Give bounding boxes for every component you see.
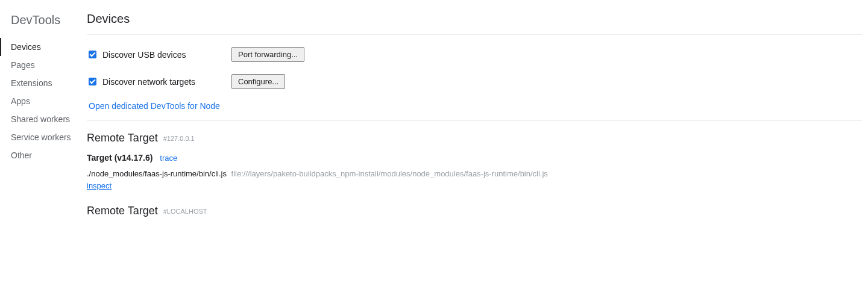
checkbox-wrap-network: Discover network targets <box>87 77 231 87</box>
sidebar-item-apps[interactable]: Apps <box>0 92 87 110</box>
discover-network-checkbox[interactable] <box>89 78 96 85</box>
target-path-full: file:///layers/paketo-buildpacks_npm-ins… <box>231 169 548 178</box>
remote-target-block-1: Remote Target #127.0.0.1 Target (v14.17.… <box>87 132 862 190</box>
main-content: Devices Discover USB devices Port forwar… <box>87 0 868 307</box>
sidebar-item-devices[interactable]: Devices <box>0 38 87 56</box>
remote-target-title-1: Remote Target #127.0.0.1 <box>87 132 862 144</box>
discover-network-label: Discover network targets <box>102 77 195 87</box>
sidebar: DevTools Devices Pages Extensions Apps S… <box>0 0 87 307</box>
remote-target-hash-1: #127.0.0.1 <box>163 135 195 142</box>
setting-usb-row: Discover USB devices Port forwarding... <box>87 47 862 62</box>
open-devtools-node-link[interactable]: Open dedicated DevTools for Node <box>87 101 862 111</box>
checkbox-wrap-usb: Discover USB devices <box>87 50 231 60</box>
sidebar-item-extensions[interactable]: Extensions <box>0 74 87 92</box>
remote-target-block-2: Remote Target #LOCALHOST <box>87 205 862 217</box>
target-path-short: ./node_modules/faas-js-runtime/bin/cli.j… <box>87 169 227 178</box>
remote-target-title-2: Remote Target #LOCALHOST <box>87 205 862 217</box>
remote-target-hash-2: #LOCALHOST <box>163 208 207 215</box>
target-path-row: ./node_modules/faas-js-runtime/bin/cli.j… <box>87 169 862 179</box>
page-title: Devices <box>87 12 862 35</box>
setting-network-row: Discover network targets Configure... <box>87 74 862 89</box>
settings-block: Discover USB devices Port forwarding... … <box>87 47 862 121</box>
remote-target-title-text-1: Remote Target <box>87 132 158 144</box>
target-name: Target (v14.17.6) <box>87 153 153 163</box>
discover-usb-checkbox[interactable] <box>89 51 96 58</box>
trace-link[interactable]: trace <box>160 154 177 163</box>
target-row: Target (v14.17.6) trace <box>87 153 862 163</box>
sidebar-item-service-workers[interactable]: Service workers <box>0 128 87 146</box>
configure-button[interactable]: Configure... <box>231 74 285 89</box>
port-forwarding-button[interactable]: Port forwarding... <box>231 47 304 62</box>
discover-usb-label: Discover USB devices <box>102 50 186 60</box>
sidebar-title: DevTools <box>0 13 87 27</box>
remote-target-title-text-2: Remote Target <box>87 205 158 217</box>
sidebar-item-other[interactable]: Other <box>0 146 87 164</box>
sidebar-item-pages[interactable]: Pages <box>0 56 87 74</box>
sidebar-item-shared-workers[interactable]: Shared workers <box>0 110 87 128</box>
inspect-link[interactable]: inspect <box>87 181 112 190</box>
